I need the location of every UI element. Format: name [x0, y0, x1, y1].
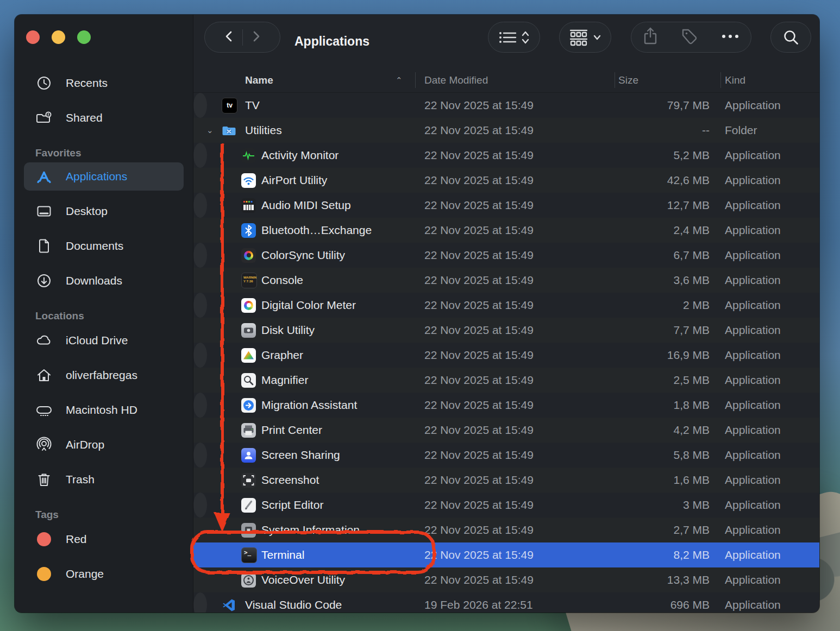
- file-row-terminal[interactable]: >_Terminal22 Nov 2025 at 15:498,2 MBAppl…: [193, 542, 819, 567]
- column-header-kind[interactable]: Kind: [725, 68, 745, 92]
- finder-window: RecentsSharedFavoritesApplicationsDeskto…: [15, 15, 819, 613]
- file-name: TV: [245, 93, 260, 118]
- file-row-bluetooth-exchange[interactable]: Bluetooth…Exchange22 Nov 2025 at 15:492,…: [193, 218, 819, 243]
- downloads-icon: [35, 272, 53, 289]
- desktop-icon: [35, 203, 53, 220]
- sidebar-item-label: Documents: [66, 239, 123, 253]
- sidebar-item-label: oliverfabregas: [66, 369, 137, 382]
- list-view-sort-button[interactable]: [488, 22, 540, 53]
- file-name: Print Center: [261, 418, 322, 443]
- sidebar-item-oliverfabregas[interactable]: oliverfabregas: [15, 358, 193, 393]
- sidebar-item-icloud-drive[interactable]: iCloud Drive: [15, 323, 193, 358]
- file-size: 6,7 MB: [519, 243, 710, 268]
- sidebar-item-documents[interactable]: Documents: [15, 229, 193, 263]
- forward-button[interactable]: [247, 28, 265, 47]
- sidebar-item-label: Desktop: [66, 205, 108, 218]
- file-row-airport-utility[interactable]: AirPort Utility22 Nov 2025 at 15:4942,6 …: [193, 168, 819, 193]
- sidebar-item-desktop[interactable]: Desktop: [15, 194, 193, 229]
- group-view-button[interactable]: [559, 22, 611, 53]
- sidebar-item-airdrop[interactable]: AirDrop: [15, 427, 193, 462]
- sidebar: RecentsSharedFavoritesApplicationsDeskto…: [15, 15, 193, 613]
- file-list: tvTV22 Nov 2025 at 15:4979,7 MBApplicati…: [193, 93, 819, 613]
- digital-color-meter-icon: [241, 293, 256, 318]
- terminal-icon: >_: [241, 542, 257, 567]
- voiceover-icon: [241, 567, 256, 592]
- file-row-migration-assistant[interactable]: Migration Assistant22 Nov 2025 at 15:491…: [193, 393, 207, 418]
- file-row-screenshot[interactable]: Screenshot22 Nov 2025 at 15:491,6 MBAppl…: [193, 468, 819, 493]
- column-header-size[interactable]: Size: [618, 68, 638, 92]
- sidebar-item-recents[interactable]: Recents: [15, 66, 193, 100]
- file-kind: Application: [725, 518, 781, 542]
- sidebar-item-trash[interactable]: Trash: [15, 462, 193, 497]
- file-row-digital-color-meter[interactable]: Digital Color Meter22 Nov 2025 at 15:492…: [193, 293, 207, 318]
- sidebar-item-orange[interactable]: Orange: [15, 557, 193, 591]
- file-kind: Application: [725, 393, 781, 418]
- file-row-screen-sharing[interactable]: Screen Sharing22 Nov 2025 at 15:495,8 MB…: [193, 443, 207, 468]
- sidebar-item-macintosh-hd[interactable]: Macintosh HD: [15, 393, 193, 427]
- tag-button[interactable]: [680, 27, 699, 48]
- window-title: Applications: [294, 15, 369, 68]
- share-button[interactable]: [641, 27, 660, 48]
- file-date-modified: 22 Nov 2025 at 15:49: [424, 218, 534, 243]
- file-kind: Application: [725, 368, 781, 393]
- column-header-name[interactable]: Name: [245, 68, 273, 92]
- file-name: VoiceOver Utility: [261, 567, 345, 592]
- file-date-modified: 22 Nov 2025 at 15:49: [424, 468, 534, 493]
- sidebar-item-label: Recents: [66, 77, 108, 90]
- tag-icon: [680, 27, 699, 46]
- close-button[interactable]: [26, 30, 40, 44]
- magnifier-icon: [241, 368, 256, 393]
- file-size: 3 MB: [519, 493, 710, 518]
- sidebar-item-downloads[interactable]: Downloads: [15, 263, 193, 298]
- file-kind: Application: [725, 542, 781, 567]
- file-name: Bluetooth…Exchange: [261, 218, 372, 243]
- back-button[interactable]: [221, 28, 238, 47]
- file-row-utilities[interactable]: ⌄Utilities22 Nov 2025 at 15:49--Folder: [193, 118, 819, 143]
- file-row-system-information[interactable]: System Information22 Nov 2025 at 15:492,…: [193, 518, 819, 542]
- file-row-grapher[interactable]: Grapher22 Nov 2025 at 15:4916,9 MBApplic…: [193, 343, 207, 368]
- file-date-modified: 22 Nov 2025 at 15:49: [424, 318, 534, 343]
- file-date-modified: 22 Nov 2025 at 15:49: [424, 143, 534, 168]
- column-separator[interactable]: [615, 72, 615, 88]
- airport-utility-icon: [241, 168, 256, 193]
- home-icon: [35, 367, 53, 384]
- audio-midi-icon: [241, 193, 256, 218]
- file-name: Script Editor: [261, 493, 323, 518]
- sidebar-item-label: Downloads: [66, 274, 122, 287]
- sidebar-item-label: Shared: [66, 111, 103, 124]
- more-button[interactable]: [719, 27, 741, 48]
- sidebar-item-shared[interactable]: Shared: [15, 100, 193, 135]
- file-row-voiceover-utility[interactable]: VoiceOver Utility22 Nov 2025 at 15:4913,…: [193, 567, 819, 592]
- file-row-print-center[interactable]: Print Center22 Nov 2025 at 15:494,2 MBAp…: [193, 418, 819, 443]
- sidebar-item-label: Macintosh HD: [66, 403, 137, 417]
- file-row-tv[interactable]: tvTV22 Nov 2025 at 15:4979,7 MBApplicati…: [193, 93, 207, 118]
- column-separator[interactable]: [415, 72, 416, 88]
- file-size: --: [519, 118, 710, 143]
- minimize-button[interactable]: [52, 30, 65, 44]
- file-kind: Application: [725, 493, 781, 518]
- file-row-colorsync-utility[interactable]: ColorSync Utility22 Nov 2025 at 15:496,7…: [193, 243, 207, 268]
- file-size: 7,7 MB: [519, 318, 710, 343]
- file-row-script-editor[interactable]: Script Editor22 Nov 2025 at 15:493 MBApp…: [193, 493, 207, 518]
- zoom-button[interactable]: [77, 30, 91, 44]
- file-row-visual-studio-code[interactable]: Visual Studio Code19 Feb 2026 at 22:5169…: [193, 592, 207, 613]
- sidebar-item-red[interactable]: Red: [15, 522, 193, 557]
- file-date-modified: 22 Nov 2025 at 15:49: [424, 567, 534, 592]
- file-row-disk-utility[interactable]: Disk Utility22 Nov 2025 at 15:497,7 MBAp…: [193, 318, 819, 343]
- file-row-magnifier[interactable]: Magnifier22 Nov 2025 at 15:492,5 MBAppli…: [193, 368, 819, 393]
- applications-icon: [35, 168, 53, 185]
- column-separator[interactable]: [720, 72, 721, 88]
- column-header-date-modified[interactable]: Date Modified: [424, 68, 488, 92]
- file-row-activity-monitor[interactable]: Activity Monitor22 Nov 2025 at 15:495,2 …: [193, 143, 207, 168]
- disk-utility-icon: [241, 318, 256, 343]
- sidebar-item-label: Orange: [66, 567, 104, 580]
- file-row-audio-midi-setup[interactable]: Audio MIDI Setup22 Nov 2025 at 15:4912,7…: [193, 193, 207, 218]
- disclosure-chevron-icon[interactable]: ⌄: [206, 118, 214, 143]
- search-button[interactable]: [770, 22, 811, 53]
- file-row-console[interactable]: WARNINY 7:36Console22 Nov 2025 at 15:493…: [193, 268, 819, 293]
- file-date-modified: 22 Nov 2025 at 15:49: [424, 243, 534, 268]
- file-name: Visual Studio Code: [245, 592, 342, 613]
- file-kind: Folder: [725, 118, 757, 143]
- system-information-icon: [241, 518, 256, 542]
- sidebar-item-applications[interactable]: Applications: [15, 162, 193, 191]
